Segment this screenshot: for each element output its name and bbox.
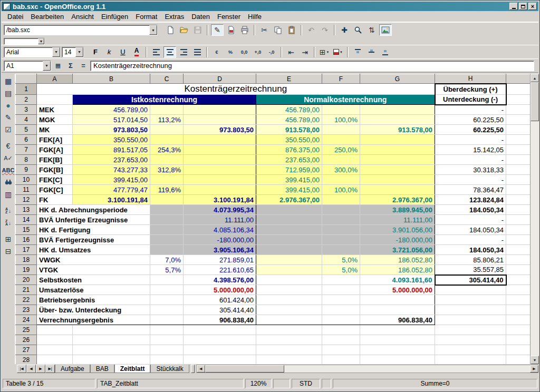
cell-B6[interactable]: 350.550,00 (73, 135, 150, 145)
ungroup-button[interactable]: ⊟ (3, 246, 14, 257)
cell-D10[interactable] (184, 175, 256, 185)
cell-B2[interactable]: Istkostenrechnung (73, 95, 256, 105)
cell-F14[interactable] (322, 215, 360, 225)
previous-sheet-button[interactable]: ◀ (26, 365, 36, 373)
cell-A9[interactable]: FGK[B] (37, 165, 73, 175)
cell-H22[interactable] (435, 295, 506, 305)
percent-format-button[interactable]: % (224, 46, 237, 58)
cell-G21[interactable]: 5.000.000,00 (360, 285, 435, 295)
cell-F17[interactable] (322, 245, 360, 255)
vertical-scroll-thumb[interactable] (531, 82, 539, 121)
horizontal-scroll-thumb[interactable] (205, 365, 284, 373)
cell-E11[interactable]: 399.415,00 (256, 185, 322, 195)
cell-G19[interactable]: 186.052,80 (360, 265, 435, 275)
cell-H26[interactable] (435, 335, 506, 345)
cell-A2[interactable] (37, 95, 73, 105)
new-document-button[interactable] (164, 24, 177, 36)
row-header-12[interactable]: 12 (16, 195, 37, 205)
row-header-23[interactable]: 23 (16, 305, 37, 315)
cell-B7[interactable]: 891.517,05 (73, 145, 150, 155)
function-autopilot-button[interactable]: ▦ (52, 61, 64, 71)
cell-H13[interactable]: 184.050,34 (435, 205, 506, 215)
cell-I19[interactable] (506, 265, 532, 275)
cell-C5[interactable] (150, 125, 184, 135)
menu-fenster[interactable]: Fenster (214, 12, 244, 22)
cell-F16[interactable] (322, 235, 360, 245)
row-header-19[interactable]: 19 (16, 265, 37, 275)
scroll-left-button[interactable]: ◀ (197, 365, 205, 373)
cell-E18[interactable] (256, 255, 322, 265)
cell-C25[interactable] (150, 325, 184, 335)
cell-H1[interactable]: Überdeckung (+) (435, 84, 506, 95)
cell-C13[interactable] (150, 205, 184, 215)
gallery-button[interactable] (379, 24, 392, 36)
cell-F25[interactable] (322, 325, 360, 335)
cell-I5[interactable] (506, 125, 532, 135)
cell-G17[interactable]: 3.721.056,00 (360, 245, 435, 255)
cell-I13[interactable] (506, 205, 532, 215)
cell-H28[interactable] (435, 355, 506, 365)
cell-I27[interactable] (506, 345, 532, 355)
minimize-button[interactable] (509, 3, 518, 10)
cell-H16[interactable]: - (435, 235, 506, 245)
column-header-H[interactable]: H (435, 74, 506, 84)
cell-A26[interactable] (37, 335, 73, 345)
cell-I11[interactable] (506, 185, 532, 195)
cell-B26[interactable] (73, 335, 150, 345)
cell-F3[interactable] (322, 105, 360, 115)
cell-C10[interactable] (150, 175, 184, 185)
menu-hilfe[interactable]: Hilfe (244, 12, 265, 22)
menu-format[interactable]: Format (132, 12, 161, 22)
row-header-18[interactable]: 18 (16, 255, 37, 265)
row-header-22[interactable]: 22 (16, 295, 37, 305)
cell-H11[interactable]: 78.364,47 (435, 185, 506, 195)
cell-F24[interactable] (322, 315, 360, 325)
row-header-5[interactable]: 5 (16, 125, 37, 135)
cell-D9[interactable] (184, 165, 256, 175)
form-controls-button[interactable]: ☑ (3, 124, 14, 135)
cell-A10[interactable]: FEK[C] (37, 175, 73, 185)
cell-E12[interactable]: 2.976.367,00 (256, 195, 322, 205)
cell-F4[interactable]: 100,0% (322, 115, 360, 125)
sum-button[interactable]: Σ (65, 61, 76, 71)
row-header-10[interactable]: 10 (16, 175, 37, 185)
cell-D17[interactable]: 3.905.106,34 (184, 245, 256, 255)
cell-C26[interactable] (150, 335, 184, 345)
cell-D20[interactable]: 4.398.576,00 (184, 275, 256, 285)
cell-E17[interactable] (256, 245, 322, 255)
cell-I22[interactable] (506, 295, 532, 305)
cell-E19[interactable] (256, 265, 322, 275)
row-header-14[interactable]: 14 (16, 215, 37, 225)
cell-C4[interactable]: 113,2% (150, 115, 184, 125)
cell-C11[interactable]: 119,6% (150, 185, 184, 195)
cell-D26[interactable] (184, 335, 256, 345)
cell-F22[interactable] (322, 295, 360, 305)
cell-A19[interactable]: VTGK (37, 265, 150, 275)
row-header-2[interactable]: 2 (16, 95, 37, 105)
cell-I14[interactable] (506, 215, 532, 225)
cell-E23[interactable] (256, 305, 322, 315)
cell-H9[interactable]: 30.318,33 (435, 165, 506, 175)
cell-G3[interactable] (360, 105, 435, 115)
cell-D12[interactable]: 3.100.191,84 (184, 195, 256, 205)
cell-A8[interactable]: FEK[B] (37, 155, 73, 165)
cell-H6[interactable]: - (435, 135, 506, 145)
cell-F20[interactable] (322, 275, 360, 285)
cell-D4[interactable] (184, 115, 256, 125)
cell-A3[interactable]: MEK (37, 105, 73, 115)
cell-A13[interactable]: HK d. Abrechnungsperiode (37, 205, 150, 215)
cell-F12[interactable] (322, 195, 360, 205)
cell-H10[interactable]: - (435, 175, 506, 185)
cell-B12[interactable]: 3.100.191,84 (73, 195, 150, 205)
cell-F10[interactable] (322, 175, 360, 185)
cell-A22[interactable]: Betriebsergebnis (37, 295, 150, 305)
cell-B4[interactable]: 517.014,50 (73, 115, 150, 125)
cell-C17[interactable] (150, 245, 184, 255)
cell-A21[interactable]: Umsatzerlöse (37, 285, 150, 295)
cell-F28[interactable] (322, 355, 360, 365)
cell-E22[interactable] (256, 295, 322, 305)
align-right-button[interactable] (177, 46, 190, 58)
cell-F5[interactable] (322, 125, 360, 135)
sheet-tab-bab[interactable]: BAB (90, 365, 114, 373)
cell-A24[interactable]: Verrechnungsergebnis (37, 315, 150, 325)
